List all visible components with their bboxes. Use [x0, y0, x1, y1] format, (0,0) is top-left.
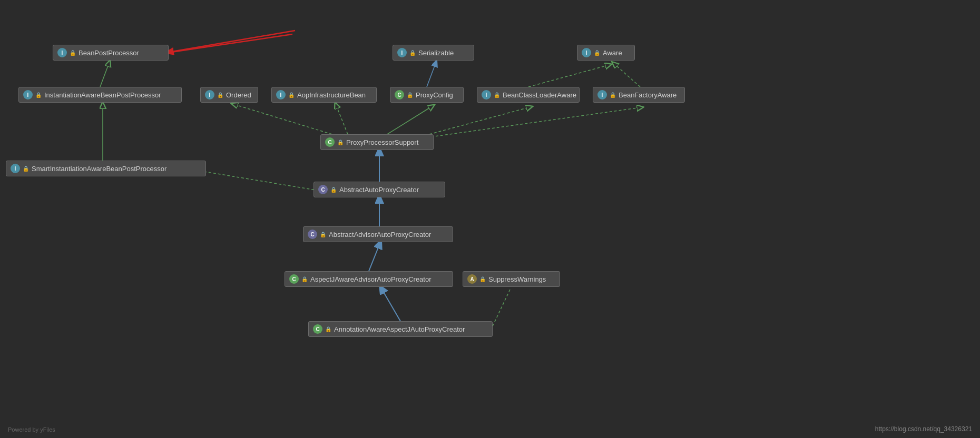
badge-a-aapc: C: [318, 185, 328, 194]
node-label-ajaaapc: AspectJAwareAdvisorAutoProxyCreator: [310, 275, 432, 283]
svg-line-0: [161, 34, 292, 54]
svg-line-12: [616, 66, 640, 87]
svg-line-6: [337, 108, 348, 134]
node-label-bcla: BeanClassLoaderAware: [503, 91, 576, 99]
node-label-aaapc: AbstractAdvisorAutoProxyCreator: [329, 231, 431, 238]
node-bean-class-loader-aware[interactable]: I 🔒 BeanClassLoaderAware: [477, 87, 580, 103]
svg-line-3: [100, 66, 108, 87]
node-ordered[interactable]: I 🔒 Ordered: [200, 87, 258, 103]
badge-i-ordered: I: [205, 90, 214, 99]
svg-line-17: [384, 292, 400, 321]
lock-icon-aib: 🔒: [288, 92, 295, 98]
node-label-sw: SuppressWarnings: [488, 275, 546, 283]
svg-line-18: [490, 290, 510, 332]
lock-icon-ordered: 🔒: [217, 92, 223, 98]
node-aop-infrastructure-bean[interactable]: I 🔒 AopInfrastructureBean: [271, 87, 377, 103]
node-label-serializable: Serializable: [418, 49, 454, 57]
badge-i-serializable: I: [397, 48, 407, 57]
footer-left: Powered by yFiles: [8, 426, 55, 433]
node-abstract-auto-proxy-creator[interactable]: C 🔒 AbstractAutoProxyCreator: [313, 182, 445, 197]
node-smart-instantiation-aware-bpp[interactable]: I 🔒 SmartInstantiationAwareBeanPostProce…: [6, 161, 206, 176]
node-label-siabpp: SmartInstantiationAwareBeanPostProcessor: [32, 165, 166, 173]
svg-line-8: [429, 108, 527, 134]
svg-line-9: [431, 108, 638, 137]
lock-icon-ajaaapc: 🔒: [301, 276, 308, 282]
lock-icon-aaapc: 🔒: [320, 232, 326, 237]
lock-icon-iabpp: 🔒: [35, 92, 42, 98]
node-label-pc: ProxyConfig: [416, 91, 453, 99]
node-abstract-advisor-auto-proxy-creator[interactable]: C 🔒 AbstractAdvisorAutoProxyCreator: [303, 226, 453, 242]
node-label-pps: ProxyProcessorSupport: [346, 138, 418, 146]
badge-aaapc: C: [308, 230, 317, 239]
svg-line-11: [528, 66, 606, 87]
node-bean-factory-aware[interactable]: I 🔒 BeanFactoryAware: [593, 87, 685, 103]
lock-icon-pc: 🔒: [407, 92, 413, 98]
badge-i-aware: I: [582, 48, 591, 57]
lock-icon-aapc: 🔒: [330, 187, 337, 193]
svg-line-2: [166, 31, 295, 53]
node-proxy-processor-support[interactable]: C 🔒 ProxyProcessorSupport: [320, 134, 434, 150]
badge-c-pps: C: [325, 137, 335, 147]
node-label-aaajpc: AnnotationAwareAspectJAutoProxyCreator: [334, 325, 465, 333]
node-label-aware: Aware: [603, 49, 622, 57]
lock-icon-aaajpc: 🔒: [325, 326, 331, 332]
badge-c-aaajpc: C: [313, 324, 322, 334]
node-aspectj-aware-advisor-auto-proxy-creator[interactable]: C 🔒 AspectJAwareAdvisorAutoProxyCreator: [285, 271, 453, 287]
diagram-svg: [0, 0, 980, 438]
node-bean-post-processor[interactable]: I 🔒 BeanPostProcessor: [53, 45, 169, 61]
lock-icon-serializable: 🔒: [409, 50, 416, 56]
lock-icon: 🔒: [70, 50, 76, 56]
badge-i-bcla: I: [482, 90, 491, 99]
node-label-bean-post-processor: BeanPostProcessor: [79, 49, 139, 57]
node-label-bfa: BeanFactoryAware: [619, 91, 677, 99]
node-label-aapc: AbstractAutoProxyCreator: [339, 186, 419, 194]
badge-sw: A: [467, 274, 477, 284]
svg-line-14: [201, 171, 319, 191]
badge-i-aib: I: [276, 90, 286, 99]
svg-line-5: [237, 105, 332, 134]
badge-c-ajaaapc: C: [289, 274, 299, 284]
lock-icon-sw: 🔒: [479, 276, 486, 282]
lock-icon-aware: 🔒: [594, 50, 600, 56]
diagram-container: I 🔒 BeanPostProcessor I 🔒 Serializable I…: [0, 0, 980, 438]
node-suppress-warnings[interactable]: A 🔒 SuppressWarnings: [463, 271, 560, 287]
node-label-ordered: Ordered: [226, 91, 251, 99]
lock-icon-pps: 🔒: [337, 140, 344, 145]
node-proxy-config[interactable]: C 🔒 ProxyConfig: [390, 87, 464, 103]
node-annotation-aware-aspectj-auto-proxy-creator[interactable]: C 🔒 AnnotationAwareAspectJAutoProxyCreat…: [308, 321, 493, 337]
svg-line-16: [369, 247, 378, 271]
lock-icon-siabpp: 🔒: [23, 166, 29, 172]
node-aware[interactable]: I 🔒 Aware: [577, 45, 635, 61]
badge-i: I: [57, 48, 67, 57]
footer-right: https://blog.csdn.net/qq_34326321: [875, 425, 972, 433]
badge-i-siabpp: I: [11, 164, 20, 173]
node-label-aib: AopInfrastructureBean: [297, 91, 366, 99]
badge-c-pc: C: [395, 90, 404, 99]
badge-i-iabpp: I: [23, 90, 33, 99]
lock-icon-bfa: 🔒: [610, 92, 616, 98]
svg-line-7: [385, 108, 429, 136]
node-serializable[interactable]: I 🔒 Serializable: [393, 45, 474, 61]
svg-line-10: [427, 66, 435, 87]
badge-i-bfa: I: [597, 90, 607, 99]
lock-icon-bcla: 🔒: [494, 92, 500, 98]
node-instantiation-aware-bpp[interactable]: I 🔒 InstantiationAwareBeanPostProcessor: [18, 87, 182, 103]
node-label-iabpp: InstantiationAwareBeanPostProcessor: [44, 91, 161, 99]
